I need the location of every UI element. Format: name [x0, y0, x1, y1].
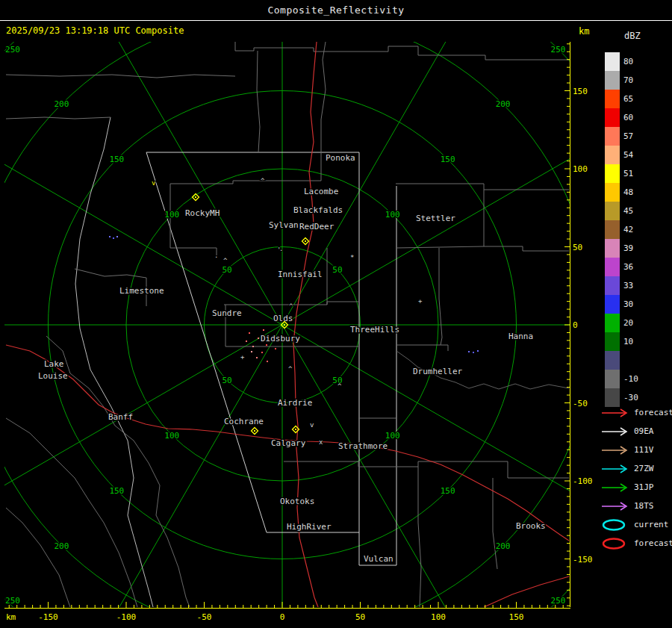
- city-label: Didsbury: [261, 334, 300, 343]
- bottom-axis-label: 50: [355, 612, 365, 622]
- legend-row: 09EA: [600, 422, 672, 441]
- city-label: Ponoka: [326, 153, 355, 163]
- city-label: Okotoks: [280, 497, 314, 506]
- city-label: Stettler: [416, 214, 455, 223]
- map-symbol: +: [418, 297, 423, 305]
- city-label: Hanna: [508, 332, 533, 341]
- map-symbol: ^: [261, 177, 265, 184]
- echo-pixel: [116, 236, 118, 237]
- colorbar-segment: [605, 164, 620, 183]
- radar-site-icon: [305, 240, 306, 242]
- legend-sidebar: dBZ forecast09EA111V27ZW31JP18TScurrentf…: [597, 20, 672, 628]
- ring-distance-label: 50: [332, 265, 342, 275]
- colorbar-value-label: 45: [623, 207, 633, 215]
- bottom-axis-label: -150: [38, 612, 58, 622]
- echo-pixel: [473, 352, 474, 353]
- county-boundary: [235, 42, 569, 60]
- app-window: { "window": { "title": "Composite_Reflec…: [0, 0, 672, 628]
- city-label: Strathmore: [338, 441, 388, 451]
- colorbar-segment: [605, 146, 620, 164]
- city-label: Banff: [108, 412, 133, 422]
- echo-pixel: [252, 346, 254, 347]
- echo-pixel: [468, 351, 470, 352]
- legend-row: 31JP: [600, 478, 672, 497]
- colorbar-value-label: 36: [623, 263, 633, 271]
- county-boundary: [170, 152, 321, 184]
- colorbar-segment: [605, 90, 620, 108]
- legend-item-label: 18TS: [634, 501, 654, 511]
- map-layer: 5050505010010010010015015015015020020020…: [0, 0, 597, 628]
- bottom-axis-label: 100: [431, 612, 446, 622]
- colorbar-value-label: 80: [623, 57, 633, 66]
- colorbar-segment: [605, 183, 620, 202]
- radar-site-icon: [254, 430, 255, 432]
- colorbar-segment: [605, 295, 620, 314]
- ring-distance-label: 50: [222, 376, 231, 385]
- ring-distance-label: 250: [5, 596, 20, 606]
- legend-symbol-arrow-icon: [600, 463, 632, 475]
- colorbar-segment: [605, 202, 620, 220]
- azimuth-spoke: [0, 325, 282, 568]
- timestamp-label: 2025/09/23 13:19:18 UTC Composite: [6, 25, 184, 36]
- echo-pixel: [249, 332, 250, 334]
- city-label: Calgary: [271, 438, 306, 448]
- county-boundary: [396, 246, 484, 248]
- ring-distance-label: 200: [496, 99, 511, 109]
- bottom-axis-label: -50: [197, 612, 212, 622]
- radar-site-icon: [295, 429, 296, 430]
- radar-map-canvas[interactable]: 5050505010010010010015015015015020020020…: [0, 0, 597, 628]
- map-symbol: ^: [337, 382, 342, 390]
- city-label: Brooks: [516, 521, 546, 531]
- city-label: Limestone: [119, 286, 164, 296]
- city-label: ThreeHills: [350, 325, 399, 335]
- legend-symbol-arrow-icon: [600, 426, 632, 438]
- right-axis-label: -100: [573, 476, 593, 486]
- region-boundary: [75, 117, 153, 607]
- ring-distance-label: 50: [222, 265, 231, 275]
- echo-pixel: [246, 341, 247, 342]
- map-symbol: ^: [289, 302, 293, 310]
- ring-distance-label: 250: [551, 45, 566, 55]
- legend-row: 18TS: [600, 497, 672, 515]
- legend-item-label: forecast: [634, 538, 672, 548]
- ring-distance-label: 100: [164, 210, 179, 220]
- legend-row: 111V: [600, 441, 672, 459]
- colorbar-value-label: 57: [623, 132, 633, 140]
- echo-pixel: [266, 344, 267, 346]
- city-label: Olds: [273, 314, 293, 323]
- legend-row: current: [600, 515, 672, 534]
- county-boundary: [284, 461, 569, 478]
- bottom-axis: -150-100-50050100150km: [4, 602, 570, 622]
- colorbar-value-label: 10: [623, 338, 633, 346]
- echo-pixel: [109, 236, 111, 237]
- ring-distance-label: 250: [5, 45, 20, 55]
- legend-symbol-ellipse-icon: [600, 519, 632, 531]
- legend-item-label: 09EA: [634, 426, 654, 436]
- right-axis-label: 100: [573, 164, 588, 174]
- county-boundary: [257, 51, 260, 152]
- map-symbol: .: [279, 245, 283, 252]
- colorbar-segment: [605, 239, 620, 258]
- county-boundary: [418, 467, 421, 607]
- city-label: Vulcan: [364, 554, 393, 564]
- city-label: Louise: [38, 371, 68, 381]
- city-label: Lake: [44, 359, 64, 369]
- map-symbol: v: [310, 421, 314, 429]
- colorbar-segment: [605, 332, 620, 351]
- right-axis-label: 0: [573, 320, 578, 330]
- legend-item-label: forecast: [634, 408, 672, 417]
- city-label: Lacombe: [304, 187, 338, 196]
- map-symbol: ^: [288, 365, 293, 373]
- ring-distance-label: 200: [496, 541, 511, 551]
- city-label: Airdrie: [278, 398, 312, 408]
- echo-pixel: [263, 329, 264, 331]
- colorbar-title: dBZ: [624, 31, 641, 41]
- city-label: HighRiver: [287, 522, 332, 532]
- echo-pixel: [256, 357, 258, 358]
- legend-symbol-arrow-icon: [600, 444, 632, 456]
- echo-pixel: [258, 338, 259, 339]
- ring-distance-label: 150: [109, 486, 124, 496]
- map-symbol: *: [350, 254, 354, 261]
- colorbar-segment: [605, 220, 620, 239]
- echo-pixel: [275, 348, 276, 349]
